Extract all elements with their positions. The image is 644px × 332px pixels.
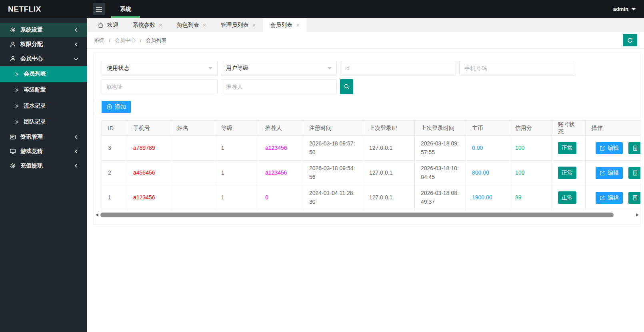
cell-reg-time: 2026-03-18 09:54:56 [303,161,363,185]
document-icon [632,170,638,176]
table-row: 2 a456456 1 a123456 2026-03-18 09:54:56 … [102,161,641,185]
tab-admin-list[interactable]: 管理员列表 × [214,18,263,32]
tab-member-list[interactable]: 会员列表 × [263,18,307,32]
sidebar-subitem-label: 等级配置 [24,86,46,93]
sidebar-item-news-management[interactable]: 资讯管理 [0,130,87,144]
chevron-down-icon [328,67,332,70]
app-logo: NETFLIX [8,0,41,18]
cell-id: 3 [102,136,127,161]
tab-label: 角色列表 [177,22,199,29]
col-header-id: ID [102,121,127,136]
sidebar-item-permissions[interactable]: 权限分配 [0,37,87,52]
sidebar-item-system-settings[interactable]: 系统设置 [0,23,87,37]
tab-label: 欢迎 [107,22,118,29]
tabbar: 欢迎 系统参数 × 角色列表 × 管理员列表 × 会员列表 × [87,18,644,32]
topbar: NETFLIX 系统 admin [0,0,644,18]
cell-id: 2 [102,161,127,185]
detail-button[interactable]: 详情 [628,167,641,179]
referrer-input[interactable] [221,79,337,94]
chevron-left-icon [74,163,78,168]
sidebar-subitem-level-config[interactable]: 等级配置 [0,82,87,98]
tab-welcome[interactable]: 欢迎 [90,18,126,32]
refresh-button[interactable] [623,34,637,46]
cell-last-time: 2026-03-18 09:57:55 [415,136,466,161]
edit-icon [600,145,605,151]
cell-referrer: a123456 [259,161,303,185]
cell-status: 正常 [552,185,586,210]
cell-last-time: 2026-03-18 10:04:45 [415,161,466,185]
close-icon[interactable]: × [203,22,206,28]
sidebar-subitem-flow-records[interactable]: 流水记录 [0,98,87,114]
cell-referrer: a123456 [259,136,303,161]
search-button[interactable] [340,79,353,94]
chevron-down-icon [208,67,212,70]
tab-label: 管理员列表 [221,22,249,29]
status-badge: 正常 [558,142,576,154]
scroll-left-arrow-icon[interactable] [96,213,98,217]
sidebar: 系统设置 权限分配 会员中心 会员列表 等级配置 [0,18,87,332]
table-row: 3 a789789 1 a123456 2026-03-18 09:57:50 … [102,136,641,161]
detail-button[interactable]: 详情 [628,192,641,204]
breadcrumb-row: 系统 / 会员中心 / 会员列表 [87,32,644,49]
sidebar-subitem-label: 流水记录 [24,102,46,109]
user-level-select[interactable]: 用户等级 [221,61,337,76]
sidebar-item-member-center[interactable]: 会员中心 [0,52,87,66]
cell-name [171,136,215,161]
chevron-left-icon [74,42,78,47]
status-badge: 正常 [558,167,576,179]
cell-id: 1 [102,185,127,210]
edit-button[interactable]: 编辑 [596,192,623,204]
tab-role-list[interactable]: 角色列表 × [170,18,214,32]
cell-phone: a123456 [127,185,171,210]
add-button[interactable]: 添加 [102,101,131,113]
cell-reg-time: 2026-03-18 09:57:50 [303,136,363,161]
table-header-row: ID 手机号 姓名 等级 推荐人 注册时间 上次登录IP 上次登录时间 主币 信… [102,121,641,136]
sidebar-subitem-member-list[interactable]: 会员列表 [0,66,87,82]
edit-button[interactable]: 编辑 [596,142,623,154]
topnav-item-system[interactable]: 系统 [111,0,140,18]
col-header-name: 姓名 [171,121,215,136]
close-icon[interactable]: × [252,22,256,28]
sidebar-item-game-betting[interactable]: 游戏竞猜 [0,144,87,159]
ip-address-input[interactable] [102,79,218,94]
hamburger-icon [96,6,102,12]
chevron-left-icon [74,135,78,139]
horizontal-scrollbar [96,212,640,218]
user-icon [10,41,16,48]
sidebar-item-label: 游戏竞猜 [20,148,43,155]
sidebar-item-label: 充值提现 [20,162,43,169]
cell-phone: a456456 [127,161,171,185]
chevron-down-icon [74,57,78,61]
chevron-left-icon [74,28,78,32]
cell-actions: 编辑 详情 [586,185,641,210]
sidebar-subitem-team-records[interactable]: 团队记录 [0,114,87,130]
edit-button[interactable]: 编辑 [596,167,623,179]
tab-label: 会员列表 [270,22,292,29]
tab-label: 系统参数 [133,22,155,29]
breadcrumb-separator: / [109,38,110,44]
col-header-reg-time: 注册时间 [303,121,363,136]
member-table-container: ID 手机号 姓名 等级 推荐人 注册时间 上次登录IP 上次登录时间 主币 信… [102,120,641,210]
breadcrumb-item: 系统 [94,37,104,44]
sidebar-subitem-label: 团队记录 [24,118,46,125]
close-icon[interactable]: × [296,22,300,28]
filter-row-1: 使用状态 用户等级 [102,61,640,76]
chevron-right-icon [15,120,18,124]
horizontal-scrollbar-thumb[interactable] [100,213,614,217]
close-icon[interactable]: × [159,22,162,28]
edit-icon [600,195,605,201]
user-menu[interactable]: admin [613,0,636,18]
id-input[interactable] [340,61,456,76]
col-header-phone: 手机号 [127,121,171,136]
cell-name [171,161,215,185]
detail-button[interactable]: 详情 [628,142,641,154]
chevron-right-icon [15,88,18,92]
phone-number-input[interactable] [459,61,575,76]
col-header-last-time: 上次登录时间 [415,121,466,136]
news-icon [10,134,16,140]
status-select[interactable]: 使用状态 [102,61,218,76]
sidebar-toggle-button[interactable] [93,3,105,15]
scroll-right-arrow-icon[interactable] [636,213,639,217]
sidebar-item-recharge-withdraw[interactable]: 充值提现 [0,159,87,173]
tab-system-params[interactable]: 系统参数 × [126,18,170,32]
